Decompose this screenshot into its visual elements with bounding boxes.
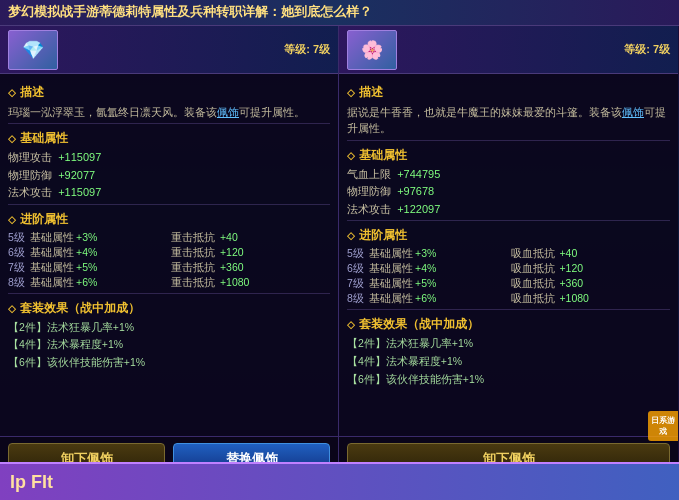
left-divider-3	[8, 293, 330, 294]
main-content: 💎 等级: 7级 描述 玛瑙一泓浮翠玉，氤氲终日凛天风。装备该佩饰可提升属性。 …	[0, 26, 679, 481]
left-divider-2	[8, 204, 330, 205]
left-adv-row-1-left: 6级 基础属性 +4%	[8, 246, 167, 260]
left-set-1: 【4件】法术暴程度+1%	[8, 337, 330, 353]
left-adv-row-1-right: 重击抵抗 +120	[171, 246, 330, 260]
left-adv-row-0-left: 5级 基础属性 +3%	[8, 231, 167, 245]
right-basic-title: 基础属性	[347, 147, 670, 164]
right-item-icon: 🌸	[347, 30, 397, 70]
right-stat-1: 物理防御 +97678	[347, 184, 670, 199]
right-adv-row-3-right: 吸血抵抗 +1080	[511, 292, 671, 306]
left-stat-1: 物理防御 +92077	[8, 168, 330, 183]
right-set-title: 套装效果（战中加成）	[347, 316, 670, 333]
left-panel: 💎 等级: 7级 描述 玛瑙一泓浮翠玉，氤氲终日凛天风。装备该佩饰可提升属性。 …	[0, 26, 339, 481]
right-adv-row-2-right: 吸血抵抗 +360	[511, 277, 671, 291]
left-adv-row-2-left: 7级 基础属性 +5%	[8, 261, 167, 275]
right-set-1: 【4件】法术暴程度+1%	[347, 354, 670, 370]
right-set-0: 【2件】法术狂暴几率+1%	[347, 336, 670, 352]
ip-fit-label: Ip FIt	[10, 472, 53, 493]
right-panel-header: 🌸 等级: 7级	[339, 26, 678, 74]
left-divider-1	[8, 123, 330, 124]
right-panel: 🌸 等级: 7级 描述 据说是牛香香，也就是牛魔王的妹妹最爱的斗篷。装备该佩饰可…	[339, 26, 678, 481]
right-adv-grid: 5级 基础属性 +3% 吸血抵抗 +40 6级 基础属性 +4% 吸血抵抗 +1…	[347, 247, 670, 306]
left-stat-0: 物理攻击 +115097	[8, 150, 330, 165]
right-desc-link[interactable]: 佩饰	[622, 106, 644, 118]
left-desc-title: 描述	[8, 84, 330, 101]
top-banner: 梦幻模拟战手游蒂德莉特属性及兵种转职详解：她到底怎么样？	[0, 0, 679, 26]
left-adv-row-2-right: 重击抵抗 +360	[171, 261, 330, 275]
right-divider-3	[347, 309, 670, 310]
right-divider-2	[347, 220, 670, 221]
right-adv-row-3-left: 8级 基础属性 +6%	[347, 292, 507, 306]
right-stat-0: 气血上限 +744795	[347, 167, 670, 182]
right-adv-row-0-right: 吸血抵抗 +40	[511, 247, 671, 261]
right-set-2: 【6件】该伙伴技能伤害+1%	[347, 372, 670, 388]
right-adv-title: 进阶属性	[347, 227, 670, 244]
corner-logo: 日系游戏	[648, 411, 678, 441]
left-desc-link[interactable]: 佩饰	[217, 106, 239, 118]
right-desc-title: 描述	[347, 84, 670, 101]
left-adv-row-3-left: 8级 基础属性 +6%	[8, 276, 167, 290]
right-level-label: 等级: 7级	[624, 42, 670, 57]
left-level-label: 等级: 7级	[284, 42, 330, 57]
left-adv-row-3-right: 重击抵抗 +1080	[171, 276, 330, 290]
right-adv-row-1-left: 6级 基础属性 +4%	[347, 262, 507, 276]
right-panel-body: 描述 据说是牛香香，也就是牛魔王的妹妹最爱的斗篷。装备该佩饰可提升属性。 基础属…	[339, 74, 678, 436]
left-item-icon: 💎	[8, 30, 58, 70]
left-set-0: 【2件】法术狂暴几率+1%	[8, 320, 330, 336]
left-adv-title: 进阶属性	[8, 211, 330, 228]
left-basic-title: 基础属性	[8, 130, 330, 147]
banner-title: 梦幻模拟战手游蒂德莉特属性及兵种转职详解：她到底怎么样？	[8, 4, 372, 21]
ip-fit-bar: Ip FIt	[0, 462, 679, 500]
left-set-title: 套装效果（战中加成）	[8, 300, 330, 317]
left-desc-text: 玛瑙一泓浮翠玉，氤氲终日凛天风。装备该佩饰可提升属性。	[8, 104, 330, 121]
right-adv-row-2-left: 7级 基础属性 +5%	[347, 277, 507, 291]
left-panel-header: 💎 等级: 7级	[0, 26, 338, 74]
right-stat-2: 法术攻击 +122097	[347, 202, 670, 217]
left-adv-grid: 5级 基础属性 +3% 重击抵抗 +40 6级 基础属性 +4% 重击抵抗 +1…	[8, 231, 330, 290]
left-stat-2: 法术攻击 +115097	[8, 185, 330, 200]
left-set-2: 【6件】该伙伴技能伤害+1%	[8, 355, 330, 371]
right-divider-1	[347, 140, 670, 141]
right-desc-text: 据说是牛香香，也就是牛魔王的妹妹最爱的斗篷。装备该佩饰可提升属性。	[347, 104, 670, 137]
right-adv-row-1-right: 吸血抵抗 +120	[511, 262, 671, 276]
left-panel-body: 描述 玛瑙一泓浮翠玉，氤氲终日凛天风。装备该佩饰可提升属性。 基础属性 物理攻击…	[0, 74, 338, 436]
left-adv-row-0-right: 重击抵抗 +40	[171, 231, 330, 245]
right-adv-row-0-left: 5级 基础属性 +3%	[347, 247, 507, 261]
